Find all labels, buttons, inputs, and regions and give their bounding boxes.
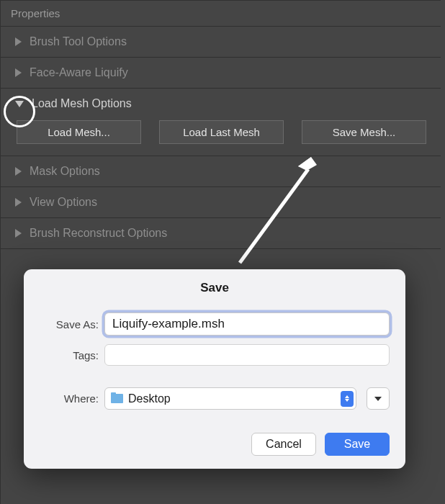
section-label: Brush Reconstruct Options xyxy=(30,227,167,240)
section-mask-options[interactable]: Mask Options xyxy=(1,156,441,187)
chevron-right-icon xyxy=(15,229,22,238)
section-load-mesh-options: Load Mesh Options Load Mesh... Load Last… xyxy=(1,89,441,156)
stepper-icon xyxy=(341,391,354,407)
tags-row: Tags: xyxy=(24,340,405,370)
chevron-right-icon xyxy=(15,167,22,176)
save-button[interactable]: Save xyxy=(325,433,390,456)
section-label: Load Mesh Options xyxy=(32,97,132,110)
dialog-actions: Cancel Save xyxy=(24,414,405,456)
cancel-button[interactable]: Cancel xyxy=(251,433,316,456)
where-select[interactable]: Desktop xyxy=(104,387,356,410)
load-mesh-button[interactable]: Load Mesh... xyxy=(17,120,141,144)
section-label: Mask Options xyxy=(30,165,100,178)
dialog-title: Save xyxy=(24,269,405,308)
chevron-down-icon xyxy=(374,397,382,401)
where-label: Where: xyxy=(40,392,99,405)
section-label: View Options xyxy=(30,196,97,209)
chevron-right-icon xyxy=(15,37,22,46)
section-label: Face-Aware Liquify xyxy=(30,66,128,79)
save-dialog: Save Save As: Tags: Where: Desktop Cance… xyxy=(24,269,405,469)
tags-label: Tags: xyxy=(40,349,99,361)
panel-title: Properties xyxy=(1,1,441,27)
where-value: Desktop xyxy=(128,392,336,405)
section-label: Brush Tool Options xyxy=(30,35,127,48)
save-as-row: Save As: xyxy=(24,308,405,340)
chevron-right-icon xyxy=(15,68,22,77)
tags-input[interactable] xyxy=(104,344,390,366)
where-row: Where: Desktop xyxy=(24,383,405,414)
save-as-label: Save As: xyxy=(40,318,99,330)
load-last-mesh-button[interactable]: Load Last Mesh xyxy=(159,120,284,144)
save-as-input[interactable] xyxy=(104,312,390,336)
mesh-button-row: Load Mesh... Load Last Mesh Save Mesh... xyxy=(15,120,426,144)
section-brush-tool-options[interactable]: Brush Tool Options xyxy=(1,27,441,58)
chevron-right-icon xyxy=(15,198,22,207)
section-brush-reconstruct-options[interactable]: Brush Reconstruct Options xyxy=(1,218,441,249)
section-header[interactable]: Load Mesh Options xyxy=(15,97,426,110)
folder-icon xyxy=(111,394,123,403)
save-mesh-button[interactable]: Save Mesh... xyxy=(302,120,426,144)
chevron-down-icon xyxy=(15,101,24,107)
expand-button[interactable] xyxy=(367,387,390,410)
section-view-options[interactable]: View Options xyxy=(1,187,441,218)
section-face-aware-liquify[interactable]: Face-Aware Liquify xyxy=(1,58,441,89)
